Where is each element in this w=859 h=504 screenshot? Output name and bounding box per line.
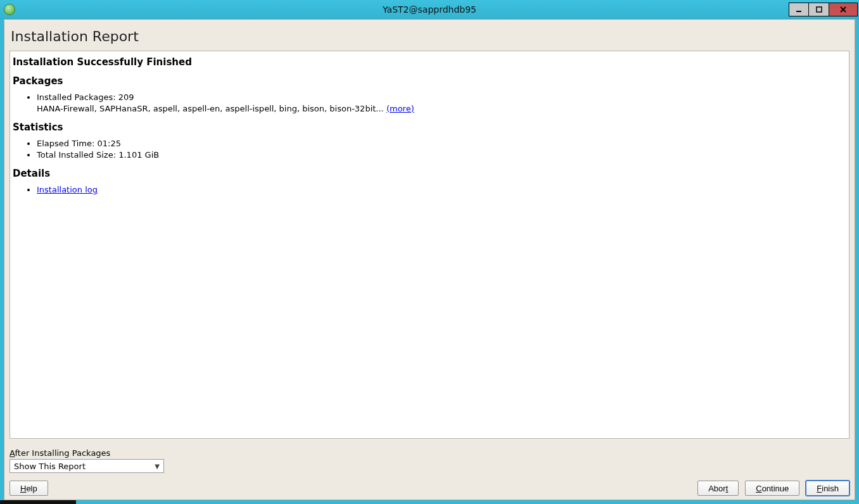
window-body: Installation Report Installation Success… bbox=[4, 19, 855, 500]
yast-icon bbox=[4, 4, 15, 15]
svg-rect-1 bbox=[817, 7, 822, 12]
window-title: YaST2@sapprdhdb95 bbox=[0, 4, 859, 15]
minimize-button[interactable] bbox=[789, 3, 809, 16]
details-heading: Details bbox=[13, 168, 845, 179]
help-button[interactable]: Help bbox=[10, 481, 48, 496]
elapsed-time: Elapsed Time: 01:25 bbox=[37, 138, 845, 149]
bottom-area: After Installing Packages Show This Repo… bbox=[10, 444, 849, 496]
packages-list: Installed Packages: 209 HANA-Firewall, S… bbox=[37, 92, 845, 114]
dropdown-selected: Show This Report bbox=[14, 462, 86, 471]
svg-rect-0 bbox=[796, 11, 801, 12]
installed-packages-line: Installed Packages: 209 HANA-Firewall, S… bbox=[37, 92, 845, 114]
maximize-button[interactable] bbox=[809, 3, 829, 16]
after-installing-dropdown[interactable]: Show This Report ▼ bbox=[10, 459, 164, 473]
close-button[interactable] bbox=[829, 3, 858, 16]
details-item: Installation log bbox=[37, 184, 845, 196]
right-buttons: Abort Continue Finish bbox=[697, 481, 849, 496]
button-row: Help Abort Continue Finish bbox=[10, 481, 849, 496]
report-panel: Installation Successfully Finished Packa… bbox=[10, 51, 849, 439]
window-controls bbox=[789, 0, 859, 18]
more-packages-link[interactable]: (more) bbox=[386, 104, 414, 113]
statistics-list: Elapsed Time: 01:25 Total Installed Size… bbox=[37, 138, 845, 160]
statistics-heading: Statistics bbox=[13, 122, 845, 133]
finish-button[interactable]: Finish bbox=[806, 481, 849, 496]
taskbar-stub bbox=[0, 500, 76, 504]
success-heading: Installation Successfully Finished bbox=[13, 56, 845, 68]
titlebar: YaST2@sapprdhdb95 bbox=[0, 0, 859, 19]
total-size: Total Installed Size: 1.101 GiB bbox=[37, 149, 845, 161]
abort-button[interactable]: Abort bbox=[697, 481, 739, 496]
details-list: Installation log bbox=[37, 184, 845, 196]
installation-log-link[interactable]: Installation log bbox=[37, 185, 98, 194]
package-preview: HANA-Firewall, SAPHanaSR, aspell, aspell… bbox=[37, 104, 386, 113]
chevron-down-icon: ▼ bbox=[155, 463, 160, 470]
after-installing-label: After Installing Packages bbox=[10, 448, 849, 458]
continue-button[interactable]: Continue bbox=[745, 481, 799, 496]
packages-heading: Packages bbox=[13, 75, 845, 87]
installed-count: Installed Packages: 209 bbox=[37, 92, 134, 102]
page-title: Installation Report bbox=[4, 20, 855, 51]
